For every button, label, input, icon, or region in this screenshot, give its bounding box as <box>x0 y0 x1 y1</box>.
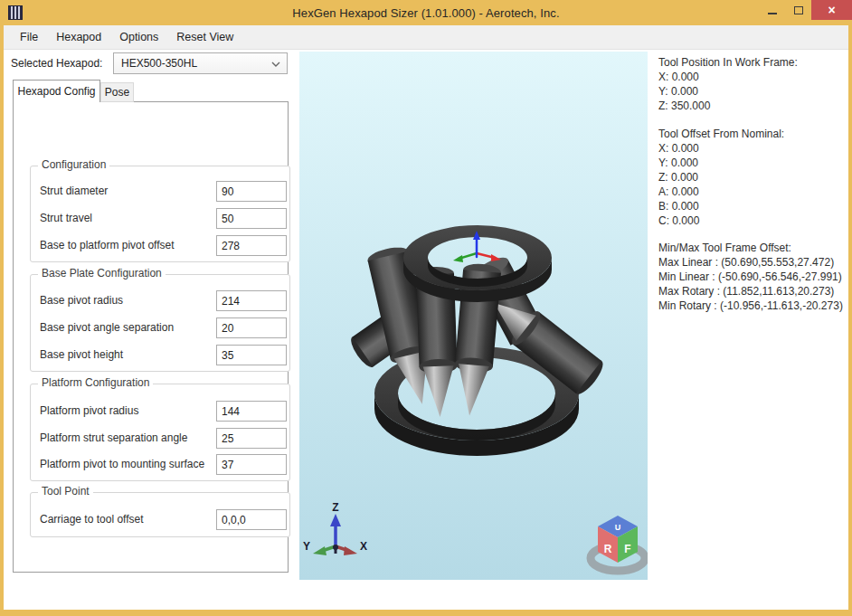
selected-hexapod-label: Selected Hexapod: <box>11 57 102 70</box>
logo-letter-left: R <box>604 543 612 555</box>
menu-reset-view[interactable]: Reset View <box>167 25 242 49</box>
menubar: File Hexapod Options Reset View <box>4 25 848 50</box>
carriage-tool-offset-input[interactable] <box>216 509 287 530</box>
axis-label-x: X <box>360 540 367 553</box>
minimize-button[interactable] <box>759 0 785 20</box>
strut-diameter-input[interactable] <box>216 181 287 202</box>
app-icon <box>8 5 23 20</box>
tool-position-block: Tool Position In Work Frame: X: 0.000 Y:… <box>658 55 848 113</box>
field-row: Platform strut separation angle <box>31 428 289 450</box>
hexapod-model <box>347 225 608 456</box>
readout-line: A: 0.000 <box>658 185 848 199</box>
titlebar[interactable]: HexGen Hexapod Sizer (1.01.000) - Aerote… <box>0 0 852 25</box>
hexapod-select-value: HEX500-350HL <box>121 57 197 70</box>
field-row: Base pivot height <box>31 345 289 366</box>
world-axis-triad: Z Y X <box>303 501 367 555</box>
field-row: Base pivot angle separation <box>31 317 289 339</box>
maximize-button[interactable] <box>785 0 811 20</box>
field-row: Platform pivot to mounting surface <box>31 454 289 476</box>
base-pivot-angle-separation-input[interactable] <box>216 317 287 338</box>
field-label: Platform pivot to mounting surface <box>40 458 204 470</box>
close-button[interactable]: × <box>811 0 852 20</box>
tool-offset-title: Tool Offset From Nominal: <box>658 127 848 141</box>
readout-line: Max Rotary : (11.852,11.613,20.273) <box>658 284 848 299</box>
logo-letter-top: U <box>615 523 621 532</box>
tab-hexapod-config[interactable]: Hexapod Config <box>13 80 100 102</box>
readout-panel: Tool Position In Work Frame: X: 0.000 Y:… <box>658 55 848 313</box>
tool-offset-block: Tool Offset From Nominal: X: 0.000 Y: 0.… <box>658 127 848 228</box>
field-label: Platform strut separation angle <box>40 431 187 444</box>
window-title: HexGen Hexapod Sizer (1.01.000) - Aerote… <box>0 6 852 20</box>
group-title: Configuration <box>38 158 109 171</box>
menu-file[interactable]: File <box>11 25 47 49</box>
readout-line: X: 0.000 <box>658 70 848 84</box>
field-label: Base pivot angle separation <box>40 321 174 334</box>
readout-line: Z: 0.000 <box>658 170 848 185</box>
readout-line: Min Rotary : (-10.956,-11.613,-20.273) <box>658 299 848 313</box>
group-configuration: Configuration Strut diameter Strut trave… <box>30 166 290 262</box>
readout-line: Y: 0.000 <box>658 84 848 99</box>
close-icon: × <box>828 3 835 17</box>
group-base-plate: Base Plate Configuration Base pivot radi… <box>30 274 290 372</box>
field-label: Base pivot radius <box>40 294 123 307</box>
maximize-icon <box>794 6 803 14</box>
readout-line: Z: 350.000 <box>658 99 848 113</box>
group-platform: Platform Configuration Platform pivot ra… <box>30 384 290 481</box>
minmax-block: Min/Max Tool Frame Offset: Max Linear : … <box>658 241 848 313</box>
readout-line: X: 0.000 <box>658 141 848 156</box>
platform-strut-separation-angle-input[interactable] <box>216 428 287 449</box>
engine-logo: U R F <box>591 516 645 571</box>
menu-hexapod[interactable]: Hexapod <box>47 25 110 49</box>
base-platform-pivot-offset-input[interactable] <box>216 235 287 256</box>
minimize-icon <box>768 13 777 14</box>
readout-line: B: 0.000 <box>658 199 848 213</box>
group-title: Platform Configuration <box>38 376 153 389</box>
axis-label-y: Y <box>303 540 310 553</box>
field-row: Base pivot radius <box>31 290 289 312</box>
field-row: Platform pivot radius <box>31 401 289 422</box>
field-label: Carriage to tool offset <box>40 513 144 526</box>
minmax-title: Min/Max Tool Frame Offset: <box>658 241 848 255</box>
field-row: Strut diameter <box>31 181 289 203</box>
readout-line: C: 0.000 <box>658 213 848 228</box>
field-label: Base to platform pivot offset <box>40 239 175 251</box>
field-label: Strut diameter <box>40 185 108 197</box>
readout-line: Max Linear : (50.690,55.553,27.472) <box>658 255 848 270</box>
group-title: Base Plate Configuration <box>38 267 166 280</box>
platform-pivot-mounting-surface-input[interactable] <box>216 454 287 475</box>
base-pivot-height-input[interactable] <box>216 345 287 365</box>
field-label: Strut travel <box>40 212 92 224</box>
hexapod-select[interactable]: HEX500-350HL <box>113 52 288 74</box>
strut-travel-input[interactable] <box>216 208 287 229</box>
logo-letter-right: F <box>624 543 630 555</box>
platform-pivot-radius-input[interactable] <box>216 401 287 422</box>
field-label: Platform pivot radius <box>40 404 138 417</box>
field-row: Base to platform pivot offset <box>31 235 289 257</box>
viewport-3d[interactable]: Z Y X U R F <box>299 52 648 580</box>
field-row: Carriage to tool offset <box>31 509 289 531</box>
group-title: Tool Point <box>38 485 93 498</box>
tool-position-title: Tool Position In Work Frame: <box>658 55 848 70</box>
readout-line: Min Linear : (-50.690,-56.546,-27.991) <box>658 270 848 284</box>
chevron-down-icon <box>271 62 280 67</box>
field-label: Base pivot height <box>40 348 123 361</box>
base-pivot-radius-input[interactable] <box>216 290 287 311</box>
tab-pose[interactable]: Pose <box>100 82 134 102</box>
group-tool-point: Tool Point Carriage to tool offset <box>30 492 290 537</box>
axis-label-z: Z <box>332 501 338 514</box>
hexapod-3d-scene: Z Y X U R F <box>299 52 648 580</box>
readout-line: Y: 0.000 <box>658 156 848 170</box>
field-row: Strut travel <box>31 208 289 230</box>
content-area: Selected Hexapod: HEX500-350HL Hexapod C… <box>4 50 848 610</box>
menu-options[interactable]: Options <box>110 25 167 49</box>
app-window: HexGen Hexapod Sizer (1.01.000) - Aerote… <box>0 0 852 616</box>
hexapod-config-panel: Configuration Strut diameter Strut trave… <box>13 101 289 573</box>
